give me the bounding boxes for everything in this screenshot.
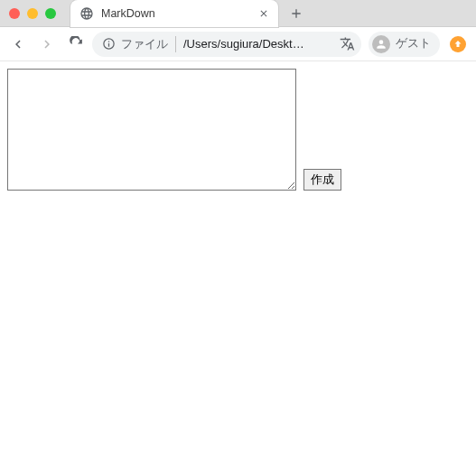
window-titlebar: MarkDown [0, 0, 476, 27]
markdown-textarea[interactable] [7, 69, 296, 191]
tab-close-button[interactable] [257, 6, 271, 21]
url-path: /Users/sugiura/Deskt… [183, 37, 332, 51]
browser-tab[interactable]: MarkDown [70, 0, 278, 27]
avatar-icon [372, 35, 390, 53]
create-button[interactable]: 作成 [303, 169, 341, 191]
globe-icon [79, 6, 94, 21]
back-button[interactable] [5, 32, 31, 57]
page-content: 作成 [0, 61, 476, 198]
window-traffic-lights [0, 8, 70, 19]
profile-guest-label: ゲスト [396, 36, 431, 51]
translate-icon[interactable] [338, 35, 356, 53]
window-zoom-button[interactable] [45, 8, 56, 19]
update-arrow-icon [450, 36, 466, 52]
reload-button[interactable] [63, 32, 89, 57]
tab-title: MarkDown [101, 7, 257, 20]
window-minimize-button[interactable] [27, 8, 38, 19]
update-indicator[interactable] [445, 32, 471, 57]
address-bar[interactable]: ファイル /Users/sugiura/Deskt… [92, 32, 361, 57]
window-close-button[interactable] [9, 8, 20, 19]
site-info-icon[interactable] [101, 37, 116, 51]
profile-guest-chip[interactable]: ゲスト [369, 32, 440, 57]
url-scheme-label: ファイル [121, 36, 176, 52]
browser-toolbar: ファイル /Users/sugiura/Deskt… ゲスト [0, 27, 476, 61]
forward-button[interactable] [34, 32, 60, 57]
new-tab-button[interactable] [284, 1, 309, 26]
